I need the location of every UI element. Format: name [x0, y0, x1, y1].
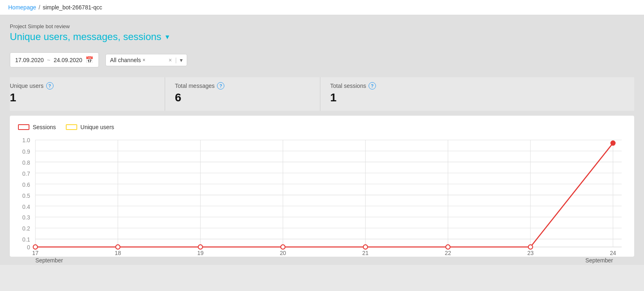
stat-card-total-messages: Total messages ? 6	[165, 77, 320, 111]
svg-text:0.3: 0.3	[22, 214, 30, 221]
stat-value-2: 1	[330, 91, 624, 104]
legend-unique-users: Unique users	[66, 124, 114, 130]
breadcrumb-current: simple_bot-266781-qcc	[42, 4, 102, 11]
svg-text:0.8: 0.8	[22, 159, 30, 166]
data-point-18	[116, 245, 120, 249]
channel-tag-label: All channels	[110, 57, 141, 63]
svg-text:24: 24	[610, 250, 616, 256]
legend-label-sessions: Sessions	[33, 124, 56, 130]
stat-value-0: 1	[10, 91, 155, 104]
legend-swatch-sessions	[18, 124, 29, 130]
svg-text:0.4: 0.4	[22, 203, 30, 210]
help-icon-1[interactable]: ?	[217, 82, 224, 90]
date-from: 17.09.2020	[15, 57, 44, 63]
stat-card-unique-users: Unique users ? 1	[10, 77, 165, 111]
breadcrumb: Homepage / simple_bot-266781-qcc	[0, 0, 644, 15]
svg-text:0.5: 0.5	[22, 193, 30, 199]
filters-row: 17.09.2020 ~ 24.09.2020 📅 All channels ×…	[10, 52, 634, 67]
data-point-22	[446, 245, 450, 249]
stat-value-1: 6	[175, 91, 310, 104]
svg-text:0.7: 0.7	[22, 170, 30, 177]
stat-label-1: Total messages	[175, 83, 215, 89]
calendar-icon: 📅	[85, 56, 94, 64]
svg-text:22: 22	[445, 250, 452, 256]
stats-row: Unique users ? 1 Total messages ? 6 Tota…	[10, 77, 634, 111]
data-point-21	[363, 245, 368, 249]
svg-text:18: 18	[115, 250, 121, 256]
data-point-17	[33, 245, 38, 249]
chart-area: 1.0 0.9 0.8 0.7 0.6 0.5 0.4 0.3 0.2 0.1 …	[18, 137, 626, 253]
channel-dropdown-icon[interactable]: ▾	[180, 57, 183, 63]
svg-text:21: 21	[362, 250, 369, 256]
x-axis-month-right: September	[586, 257, 613, 264]
svg-text:20: 20	[280, 250, 286, 256]
svg-text:19: 19	[197, 250, 204, 256]
legend-label-unique-users: Unique users	[80, 124, 114, 130]
channel-clear-icon[interactable]: ×	[169, 57, 172, 63]
x-axis-month-left: September	[36, 257, 63, 264]
svg-text:0: 0	[27, 244, 30, 251]
page-title: Unique users, messages, sessions	[10, 31, 161, 43]
page-title-row: Unique users, messages, sessions ▾	[10, 31, 634, 43]
stat-card-total-sessions: Total sessions ? 1	[320, 77, 634, 111]
channel-tag-close-icon[interactable]: ×	[143, 57, 145, 63]
channel-selector[interactable]: All channels × × | ▾	[105, 54, 187, 66]
stat-label-0: Unique users	[10, 83, 44, 89]
date-to: 24.09.2020	[54, 57, 82, 63]
main-content: Project Simple bot review Unique users, …	[0, 15, 644, 265]
page-title-dropdown-icon[interactable]: ▾	[165, 32, 169, 41]
help-icon-2[interactable]: ?	[369, 82, 376, 90]
svg-text:0.9: 0.9	[22, 148, 30, 155]
breadcrumb-separator: /	[39, 4, 40, 11]
legend-swatch-unique-users	[66, 124, 77, 130]
svg-text:0.6: 0.6	[22, 181, 30, 188]
channel-tag: All channels ×	[110, 57, 145, 63]
legend-sessions: Sessions	[18, 124, 56, 130]
data-point-20	[281, 245, 285, 249]
stat-label-2: Total sessions	[330, 83, 366, 89]
data-point-23	[528, 245, 533, 249]
data-point-19	[198, 245, 203, 249]
project-label: Project Simple bot review	[10, 23, 634, 29]
line-chart-svg: 1.0 0.9 0.8 0.7 0.6 0.5 0.4 0.3 0.2 0.1 …	[18, 137, 626, 251]
svg-text:0.1: 0.1	[22, 236, 30, 243]
help-icon-0[interactable]: ?	[46, 82, 54, 90]
svg-text:23: 23	[527, 250, 534, 256]
svg-text:1.0: 1.0	[22, 137, 30, 143]
svg-text:17: 17	[32, 250, 39, 256]
date-separator: ~	[47, 57, 50, 63]
chart-container: Sessions Unique users 1.0 0.9 0.8 0.7 0.…	[10, 116, 634, 257]
svg-text:0.2: 0.2	[22, 225, 30, 232]
chart-legend: Sessions Unique users	[18, 124, 626, 130]
breadcrumb-home-link[interactable]: Homepage	[8, 4, 36, 11]
channel-divider: |	[175, 57, 177, 63]
data-point-24	[611, 141, 615, 146]
date-range-picker[interactable]: 17.09.2020 ~ 24.09.2020 📅	[10, 52, 99, 67]
